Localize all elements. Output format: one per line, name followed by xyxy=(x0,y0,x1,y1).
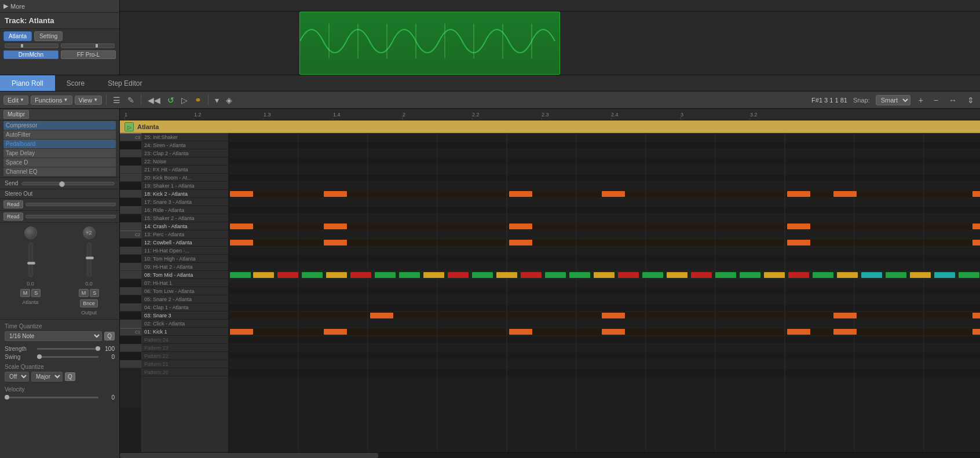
knob-1[interactable] xyxy=(24,226,37,239)
scale-off-select[interactable]: Off On xyxy=(5,372,29,382)
svg-rect-123 xyxy=(370,313,393,318)
quantize-icon-btn[interactable]: ◈ xyxy=(224,94,235,106)
quantize-q-btn[interactable]: Q xyxy=(104,332,115,340)
time-quantize-label: Time Quantize xyxy=(5,323,115,329)
h-scrollbar[interactable] xyxy=(120,452,980,458)
drum-name-p21: Pattern 21 xyxy=(142,360,228,368)
setting-btn[interactable]: Setting xyxy=(34,31,63,41)
tape-delay-plugin[interactable]: Tape Delay xyxy=(3,149,116,157)
svg-rect-92 xyxy=(326,272,347,278)
scale-q-btn[interactable]: Q xyxy=(65,372,75,381)
svg-rect-99 xyxy=(496,272,517,278)
piano-key xyxy=(120,279,141,287)
play-icon-btn[interactable]: ▷ xyxy=(179,94,190,106)
svg-rect-118 xyxy=(959,272,979,278)
ffprol-btn[interactable]: FF Pro-L xyxy=(61,50,116,59)
piano-key xyxy=(120,360,141,368)
multipr-btn[interactable]: Multipr xyxy=(3,110,29,119)
loop-icon-btn[interactable]: ↺ xyxy=(165,94,177,106)
compressor-plugin[interactable]: Compressor xyxy=(3,121,116,130)
time-quantize-select[interactable]: 1/16 Note 1/8 Note 1/4 Note xyxy=(5,331,102,341)
knob-2[interactable]: +2 xyxy=(83,226,96,239)
mute-btn-1[interactable]: M xyxy=(20,289,31,297)
svg-rect-127 xyxy=(230,329,253,335)
svg-rect-129 xyxy=(509,329,532,335)
svg-rect-106 xyxy=(667,272,688,278)
svg-rect-87 xyxy=(972,240,980,246)
tab-score[interactable]: Score xyxy=(55,75,96,91)
drum-name-20: 20: Kick Boom - At... xyxy=(142,174,228,182)
expand-btn[interactable]: ↔ xyxy=(946,94,959,106)
drum-name-17: 17: Snare 3 - Atlanta xyxy=(142,198,228,206)
svg-text:2.2: 2.2 xyxy=(472,112,480,118)
drum-name-p24: Pattern 24 xyxy=(142,336,228,344)
zoom-in-btn[interactable]: + xyxy=(916,94,926,106)
svg-rect-37 xyxy=(229,198,980,206)
drum-name-25: 25: Init:Shaker xyxy=(142,133,228,141)
svg-rect-114 xyxy=(861,272,882,278)
svg-rect-108 xyxy=(715,272,736,278)
svg-text:2: 2 xyxy=(403,112,405,118)
pencil-icon-btn[interactable]: ✎ xyxy=(125,94,137,106)
bnce-btn[interactable]: Bnce xyxy=(80,299,98,307)
rewind-icon-btn[interactable]: ◀◀ xyxy=(145,94,163,106)
edit-menu-btn[interactable]: Edit▼ xyxy=(3,96,28,105)
svg-rect-49 xyxy=(229,295,980,303)
resize-btn[interactable]: ⇕ xyxy=(965,94,977,106)
piano-key xyxy=(120,320,141,328)
piano-key xyxy=(120,352,141,360)
svg-rect-102 xyxy=(569,272,590,278)
svg-rect-72 xyxy=(324,191,347,197)
strength-label: Strength xyxy=(5,346,34,352)
svg-rect-107 xyxy=(691,272,712,278)
read-btn-2[interactable]: Read xyxy=(3,212,23,221)
svg-rect-85 xyxy=(509,240,532,246)
svg-rect-58 xyxy=(229,368,980,376)
tab-step-editor[interactable]: Step Editor xyxy=(96,75,153,91)
piano-key xyxy=(120,239,141,247)
solo-btn-1[interactable]: S xyxy=(31,289,41,297)
solo-btn-2[interactable]: S xyxy=(90,289,99,297)
piano-key xyxy=(120,255,141,263)
svg-rect-86 xyxy=(787,240,810,246)
note-grid[interactable]: ✎ xyxy=(229,133,980,452)
svg-rect-45 xyxy=(229,263,980,271)
velocity-icon-btn[interactable]: ▾ xyxy=(213,94,221,106)
drum-name-p20: Pattern 20 xyxy=(142,368,228,376)
pedalboard-plugin[interactable]: Pedalboard xyxy=(3,140,116,148)
link-icon-btn[interactable]: ⚭ xyxy=(192,94,204,106)
channel-eq-plugin[interactable]: Channel EQ xyxy=(3,167,116,176)
region-label: Atlanta xyxy=(137,123,159,130)
svg-rect-109 xyxy=(740,272,760,278)
velocity-value: 0 xyxy=(102,394,115,401)
functions-menu-btn[interactable]: Functions▼ xyxy=(31,96,72,105)
autofilter-plugin[interactable]: AutoFilter xyxy=(3,130,116,139)
piano-key xyxy=(120,401,141,409)
svg-text:1.3: 1.3 xyxy=(264,112,271,118)
svg-text:2.4: 2.4 xyxy=(611,112,619,118)
drmmchn-btn[interactable]: DrmMchn xyxy=(3,50,58,59)
more-header[interactable]: ▶ More xyxy=(0,0,119,13)
snap-select[interactable]: Smart Bar Beat xyxy=(876,95,910,105)
svg-rect-41 xyxy=(229,230,980,239)
scale-major-select[interactable]: Major Minor xyxy=(31,372,63,382)
piano-key xyxy=(120,303,141,312)
drum-name-06: 06: Tom Low - Atlanta xyxy=(142,287,228,295)
tab-piano-roll[interactable]: Piano Roll xyxy=(0,75,55,91)
list-icon-btn[interactable]: ☰ xyxy=(111,94,123,106)
svg-rect-81 xyxy=(787,223,810,229)
mute-btn-2[interactable]: M xyxy=(79,289,89,297)
svg-text:2.3: 2.3 xyxy=(542,112,549,118)
piano-key xyxy=(120,312,141,320)
svg-rect-117 xyxy=(934,272,955,278)
svg-text:1.4: 1.4 xyxy=(333,112,341,118)
drum-name-13: 13: Perc - Atlanta xyxy=(142,230,228,239)
svg-rect-39 xyxy=(229,214,980,222)
space-d-plugin[interactable]: Space D xyxy=(3,158,116,167)
drum-name-04: 04: Clap 1 - Atlanta xyxy=(142,303,228,312)
piano-key xyxy=(120,263,141,271)
zoom-out-btn[interactable]: − xyxy=(931,94,941,106)
atlanta-channel-btn[interactable]: Atlanta xyxy=(3,31,32,41)
view-menu-btn[interactable]: View▼ xyxy=(75,96,103,105)
read-btn-1[interactable]: Read xyxy=(3,200,23,208)
